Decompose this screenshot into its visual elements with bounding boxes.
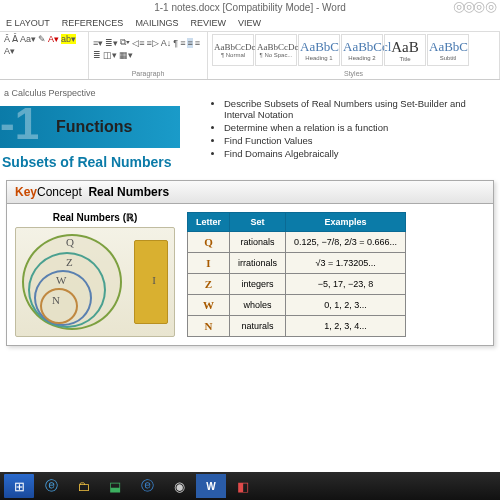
tb-explorer-icon[interactable]: 🗀 (68, 474, 98, 498)
chapter-banner: -1 Functions (0, 106, 180, 148)
decorative-circles: ◎◎◎ ◎ (453, 0, 495, 14)
document-canvas[interactable]: a Calculus Perspective -1 Functions Desc… (0, 80, 500, 460)
objectives-list: Describe Subsets of Real Numbers using S… (210, 96, 490, 161)
font-label: ‎ (4, 70, 84, 77)
venn-diagram: Real Numbers (ℝ) Q Z W N I (15, 212, 175, 337)
grow-font-icon[interactable]: Â (4, 34, 10, 44)
highlight-icon[interactable]: ab▾ (61, 34, 76, 44)
objective-item: Find Function Values (224, 135, 490, 146)
kc-header: KeyConcept Real Numbers (7, 181, 493, 204)
multilevel-icon[interactable]: ⧉▾ (120, 37, 130, 48)
objective-item: Find Domains Algebraically (224, 148, 490, 159)
tab-mailings[interactable]: MAILINGS (129, 15, 184, 31)
sort-icon[interactable]: A↓ (161, 38, 172, 48)
tb-ie-icon[interactable]: ⓔ (36, 474, 66, 498)
style-title[interactable]: AaBTitle (384, 34, 426, 66)
tb-chrome-icon[interactable]: ◉ (164, 474, 194, 498)
kc-key: Key (15, 185, 37, 199)
kc-concept: Concept (37, 185, 82, 199)
window-title: 1-1 notes.docx [Compatibility Mode] - Wo… (154, 2, 346, 13)
start-button[interactable]: ⊞ (4, 474, 34, 498)
bullets-icon[interactable]: ≡▾ (93, 38, 103, 48)
align-center-icon[interactable]: ≡ (187, 38, 192, 48)
style-normal[interactable]: AaBbCcDc¶ Normal (212, 34, 254, 66)
ribbon: Â Ǎ Aa▾ ✎ A▾ ab▾ A▾ ‎ ≡▾ ≣▾ ⧉▾ ◁≡ ≡▷ A… (0, 32, 500, 80)
objective-item: Determine when a relation is a function (224, 122, 490, 133)
paragraph-group: ≡▾ ≣▾ ⧉▾ ◁≡ ≡▷ A↓ ¶ ≡ ≡ ≡ ≣ ◫▾ ▦▾ Paragr… (89, 32, 208, 79)
number-sets-table: LetterSetExamples Qrationals0.125, −7/8,… (187, 212, 406, 337)
align-left-icon[interactable]: ≡ (180, 38, 185, 48)
style-heading1[interactable]: AaBbCHeading 1 (298, 34, 340, 66)
effects-icon[interactable]: A▾ (4, 46, 15, 56)
styles-label: Styles (212, 70, 495, 77)
justify-icon[interactable]: ≣ (93, 50, 101, 60)
style-heading2[interactable]: AaBbCclHeading 2 (341, 34, 383, 66)
tab-view[interactable]: VIEW (232, 15, 267, 31)
styles-group: AaBbCcDc¶ Normal AaBbCcDc¶ No Spac... Aa… (208, 32, 500, 79)
tab-review[interactable]: REVIEW (184, 15, 232, 31)
tb-app-icon[interactable]: ◧ (228, 474, 258, 498)
font-color-icon[interactable]: A▾ (48, 34, 59, 44)
style-nospacing[interactable]: AaBbCcDc¶ No Spac... (255, 34, 297, 66)
clear-format-icon[interactable]: ✎ (38, 34, 46, 44)
objective-item: Describe Subsets of Real Numbers using S… (224, 98, 490, 120)
indent-right-icon[interactable]: ≡▷ (147, 38, 159, 48)
tb-store-icon[interactable]: ⬓ (100, 474, 130, 498)
paragraph-label: Paragraph (93, 70, 203, 77)
shading-icon[interactable]: ◫▾ (103, 50, 117, 60)
venn-title: Real Numbers (ℝ) (15, 212, 175, 223)
change-case-icon[interactable]: Aa▾ (20, 34, 36, 44)
numbering-icon[interactable]: ≣▾ (105, 38, 118, 48)
show-marks-icon[interactable]: ¶ (173, 38, 178, 48)
tab-references[interactable]: REFERENCES (56, 15, 130, 31)
title-bar: 1-1 notes.docx [Compatibility Mode] - Wo… (0, 0, 500, 15)
kc-title: Real Numbers (88, 185, 169, 199)
ribbon-tabs: E LAYOUT REFERENCES MAILINGS REVIEW VIEW (0, 15, 500, 32)
style-subtitle[interactable]: AaBbCSubtitl (427, 34, 469, 66)
tab-layout[interactable]: E LAYOUT (0, 15, 56, 31)
tb-word-icon[interactable]: W (196, 474, 226, 498)
font-group: Â Ǎ Aa▾ ✎ A▾ ab▾ A▾ ‎ (0, 32, 89, 79)
shrink-font-icon[interactable]: Ǎ (12, 34, 18, 44)
tb-ie2-icon[interactable]: ⓔ (132, 474, 162, 498)
key-concept-box: KeyConcept Real Numbers Real Numbers (ℝ)… (6, 180, 494, 346)
borders-icon[interactable]: ▦▾ (119, 50, 133, 60)
indent-left-icon[interactable]: ◁≡ (132, 38, 144, 48)
banner-number: -1 (0, 102, 39, 146)
taskbar: ⊞ ⓔ 🗀 ⬓ ⓔ ◉ W ◧ (0, 472, 500, 500)
align-right-icon[interactable]: ≡ (195, 38, 200, 48)
banner-text: Functions (56, 118, 132, 136)
